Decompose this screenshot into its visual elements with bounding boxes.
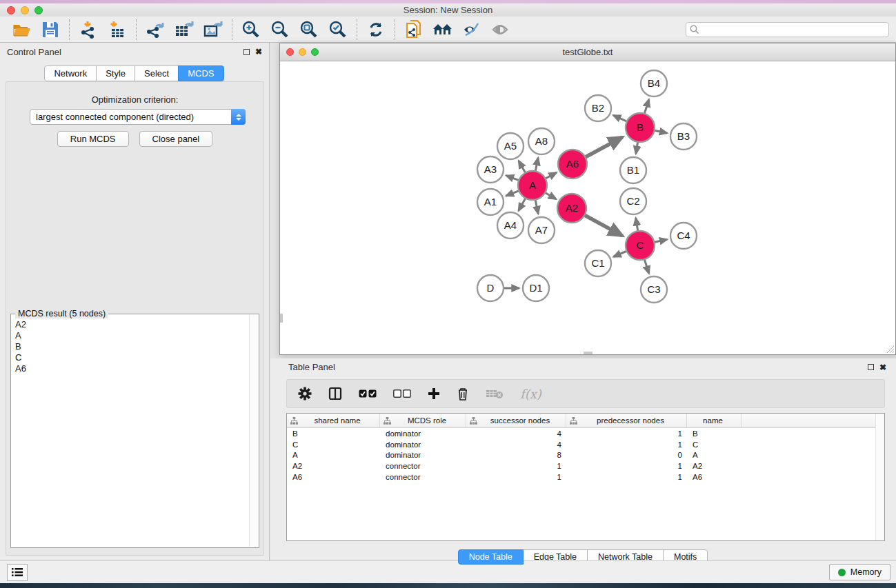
graph-node-B[interactable]: B xyxy=(626,113,655,142)
graph-node-B2[interactable]: B2 xyxy=(585,95,611,121)
mcds-result-item[interactable]: A2 xyxy=(15,319,249,330)
show-graphics-details-button[interactable] xyxy=(486,18,515,41)
table-cell[interactable]: C xyxy=(287,440,380,449)
result-scrollbar-track[interactable] xyxy=(249,315,258,547)
home-layout-button[interactable] xyxy=(428,18,457,41)
column-header-predecessor-nodes[interactable]: predecessor nodes xyxy=(566,414,687,427)
delete-column-button[interactable] xyxy=(457,387,469,401)
table-options-button[interactable] xyxy=(298,387,312,401)
graph-node-C1[interactable]: C1 xyxy=(585,250,611,276)
table-cell[interactable]: 1 xyxy=(566,473,687,481)
criterion-dropdown[interactable]: largest connected component (directed) xyxy=(30,109,246,125)
float-table-panel-icon[interactable] xyxy=(868,364,874,370)
graph-node-C3[interactable]: C3 xyxy=(641,276,667,303)
vertical-scrollbar-thumb[interactable] xyxy=(280,314,283,323)
import-network-button[interactable] xyxy=(74,18,103,41)
tab-select[interactable]: Select xyxy=(135,65,179,81)
save-session-button[interactable] xyxy=(36,18,65,41)
column-header-mcds-role[interactable]: MCDS role xyxy=(380,414,466,427)
table-tab-node-table[interactable]: Node Table xyxy=(458,549,524,565)
graph-node-C4[interactable]: C4 xyxy=(670,223,697,249)
tab-style[interactable]: Style xyxy=(96,65,135,81)
close-panel-button[interactable]: Close panel xyxy=(139,131,213,147)
table-cell[interactable]: 4 xyxy=(466,440,566,449)
zoom-fit-button[interactable] xyxy=(295,18,323,41)
search-input[interactable] xyxy=(702,25,888,34)
zoom-out-button[interactable] xyxy=(266,18,295,41)
resize-grip[interactable] xyxy=(886,345,895,354)
table-cell[interactable]: 1 xyxy=(566,440,687,449)
export-table-button[interactable] xyxy=(170,18,199,41)
select-all-rows-button[interactable] xyxy=(359,389,377,398)
table-cell[interactable]: 8 xyxy=(466,451,566,459)
table-cell[interactable]: 1 xyxy=(566,429,687,438)
table-cell[interactable]: dominator xyxy=(380,451,466,459)
table-cell[interactable]: A2 xyxy=(687,462,742,470)
column-header-name[interactable]: name xyxy=(687,414,742,427)
graph-node-A4[interactable]: A4 xyxy=(497,212,524,239)
graph-node-A8[interactable]: A8 xyxy=(528,128,555,154)
table-cell[interactable]: A xyxy=(287,451,380,459)
graph-node-A5[interactable]: A5 xyxy=(497,133,524,159)
apply-function-button[interactable]: f(x) xyxy=(520,387,541,401)
mcds-result-list[interactable]: A2ABCA6 xyxy=(11,317,249,546)
table-cell[interactable]: A6 xyxy=(287,473,380,481)
zoom-in-button[interactable] xyxy=(237,18,266,41)
table-row[interactable]: A2connector11A2 xyxy=(287,460,884,472)
table-cell[interactable]: 1 xyxy=(566,462,687,470)
table-row[interactable]: A6connector11A6 xyxy=(287,472,884,483)
close-table-panel-icon[interactable]: ✖ xyxy=(879,364,886,371)
mcds-result-item[interactable]: A xyxy=(15,330,249,341)
zoom-selected-button[interactable] xyxy=(323,18,352,41)
table-cell[interactable]: B xyxy=(687,429,742,438)
hide-selected-button[interactable] xyxy=(457,18,486,41)
table-cell[interactable]: connector xyxy=(380,473,466,481)
show-panels-button[interactable] xyxy=(7,564,28,581)
table-scrollbar-track[interactable] xyxy=(875,414,884,540)
table-cell[interactable]: B xyxy=(287,429,380,438)
graph-node-B4[interactable]: B4 xyxy=(641,70,667,97)
memory-button[interactable]: Memory xyxy=(829,564,890,580)
import-table-button[interactable] xyxy=(103,18,132,41)
graph-node-C[interactable]: C xyxy=(626,231,655,260)
mcds-result-item[interactable]: C xyxy=(15,352,249,363)
graph-node-B3[interactable]: B3 xyxy=(670,123,697,150)
table-cell[interactable]: 0 xyxy=(566,451,687,459)
add-column-button[interactable] xyxy=(428,387,440,400)
table-row[interactable]: Bdominator41B xyxy=(287,428,884,439)
graph-node-D[interactable]: D xyxy=(477,275,504,301)
table-cell[interactable]: A xyxy=(687,451,742,459)
network-canvas[interactable]: B4B2BB3A8A5A6A3B1AC2A1A2A4A7C4CC1C3DD1 xyxy=(280,61,895,354)
table-cell[interactable]: connector xyxy=(380,462,466,470)
table-cell[interactable]: A2 xyxy=(287,462,380,470)
table-cell[interactable]: 1 xyxy=(466,462,566,470)
table-cell[interactable]: dominator xyxy=(380,440,466,449)
graph-node-A7[interactable]: A7 xyxy=(528,217,555,243)
deselect-all-rows-button[interactable] xyxy=(393,389,411,398)
delete-table-button[interactable] xyxy=(486,388,504,399)
column-visibility-button[interactable] xyxy=(328,387,342,401)
close-panel-icon[interactable]: ✖ xyxy=(255,48,262,55)
graph-node-B1[interactable]: B1 xyxy=(620,157,646,183)
refresh-view-button[interactable] xyxy=(361,18,390,41)
open-session-button[interactable] xyxy=(7,18,36,41)
table-cell[interactable]: dominator xyxy=(380,429,466,438)
graph-node-A3[interactable]: A3 xyxy=(477,156,504,183)
horizontal-scrollbar-thumb[interactable] xyxy=(584,352,593,354)
export-image-button[interactable] xyxy=(199,18,228,41)
table-cell[interactable]: 1 xyxy=(466,473,566,481)
duplicate-network-button[interactable] xyxy=(399,18,428,41)
network-window-titlebar[interactable]: testGlobe.txt xyxy=(280,43,895,61)
tab-network[interactable]: Network xyxy=(44,65,97,81)
export-network-button[interactable] xyxy=(141,18,170,41)
graph-node-A1[interactable]: A1 xyxy=(477,189,504,215)
search-field[interactable] xyxy=(686,22,889,37)
float-panel-icon[interactable] xyxy=(243,49,250,55)
tab-mcds[interactable]: MCDS xyxy=(178,65,223,81)
mcds-result-item[interactable]: B xyxy=(15,341,249,352)
run-mcds-button[interactable]: Run MCDS xyxy=(57,131,129,147)
graph-node-A[interactable]: A xyxy=(518,171,547,200)
app-titlebar[interactable]: Session: New Session xyxy=(0,3,896,17)
mcds-result-item[interactable]: A6 xyxy=(15,363,249,374)
table-cell[interactable]: C xyxy=(687,440,742,449)
